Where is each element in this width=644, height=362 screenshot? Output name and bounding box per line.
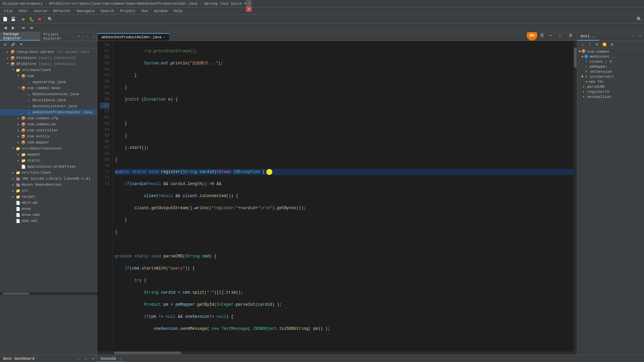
tree-item-controller[interactable]: ▶ 📦 com.controller xyxy=(0,127,97,133)
tree-item-mysessioncontext[interactable]: ☕ MySessionContext.java xyxy=(0,91,97,97)
ime-btn3[interactable]: ⊞ xyxy=(567,32,574,39)
tab-project-explorer[interactable]: Project Explorer ✕ xyxy=(40,32,83,41)
horizontal-scrollbar[interactable] xyxy=(97,351,574,355)
outline-item-websocket[interactable]: ● 🔷 WebSocket... xyxy=(577,54,644,59)
minimize-right[interactable]: ─ xyxy=(629,32,637,40)
boot-panel-btn2[interactable]: □ xyxy=(82,355,90,362)
menu-source[interactable]: Source xyxy=(31,8,50,14)
minimize-left[interactable]: ─ xyxy=(83,33,90,40)
outline-tree[interactable]: ▼ 📦 com.common ● 🔷 WebSocket... 🔹 client… xyxy=(577,48,644,355)
close-boot-tab[interactable]: ✕ xyxy=(36,357,37,360)
menu-edit[interactable]: Edit xyxy=(16,8,30,14)
tree-item-rfidstore[interactable]: ▼ 📦 RFIDStore [boot] [devtools] xyxy=(0,61,97,67)
tree-item-commonwx[interactable]: ▶ 📦 com.common.wx xyxy=(0,121,97,127)
save-button[interactable]: 💾 xyxy=(9,15,17,23)
maximize-button[interactable]: □ xyxy=(246,1,252,6)
forward-button[interactable]: ▶ xyxy=(9,24,17,32)
menu-refactor[interactable]: Refactor xyxy=(50,8,73,14)
tab-boot-dashboard[interactable]: Boot Dashboard ✕ xyxy=(0,355,41,362)
next-edit-button[interactable]: ➡ xyxy=(28,24,35,32)
outline-item-comcommon[interactable]: ▼ 📦 com.common xyxy=(577,49,644,54)
debug-button[interactable]: 🐛 xyxy=(28,15,35,23)
menu-file[interactable]: File xyxy=(1,8,15,14)
tree-item-maven[interactable]: ▶ 📚 Maven Dependencies xyxy=(0,182,97,188)
tree-item-petsstore[interactable]: ▶ 📦 PetsStore [boot] [devtools] xyxy=(0,55,97,61)
tree-item-sessionlistener[interactable]: ☕ SessionListener.java xyxy=(0,103,97,109)
close-project-explorer[interactable]: ✕ xyxy=(78,35,79,38)
new-button[interactable]: 📄 xyxy=(1,15,9,23)
tree-item-pomxml[interactable]: 📄 pom.xml xyxy=(0,218,97,224)
tree-item-jeecg[interactable]: ▶ 📦 jeecg-boot-parent (in waimai-cms) xyxy=(0,49,97,55)
outline-toolbar-btn2[interactable]: ⤴ xyxy=(586,41,593,48)
search-toolbar-button[interactable]: 🔍 xyxy=(46,15,54,23)
main-layout: Package Explorer Project Explorer ✕ ─ □ … xyxy=(0,32,644,355)
menu-navigate[interactable]: Navigate xyxy=(74,8,97,14)
close-editor-tab[interactable]: ✕ xyxy=(163,36,165,39)
tree-item-commoncfg[interactable]: ▶ 📦 com.common.cfg xyxy=(0,115,97,121)
outline-item-setsession[interactable]: 🔸 setSession xyxy=(577,69,644,74)
tab-outline[interactable]: Outl... xyxy=(577,32,599,41)
close-console-tab[interactable]: ✕ xyxy=(120,357,121,361)
view-menu[interactable]: ▼ xyxy=(17,41,25,48)
tree-item-appprops[interactable]: 📄 application.properties xyxy=(0,164,97,170)
collapse-all[interactable]: ⊟ xyxy=(1,41,9,48)
toolbar-right-search[interactable]: 🔍 xyxy=(635,15,643,23)
tree-item-srcmainjava[interactable]: ▼ 📁 src/main/java xyxy=(0,67,97,73)
tree-item-src[interactable]: ▶ 📁 src xyxy=(0,188,97,194)
menu-help[interactable]: Help xyxy=(171,8,185,14)
ime-btn1[interactable]: ↔ xyxy=(547,32,554,39)
tree-item-com[interactable]: ▼ 📦 com xyxy=(0,73,97,79)
outline-item-client[interactable]: 🔹 client : S xyxy=(577,59,644,64)
tab-package-explorer[interactable]: Package Explorer xyxy=(0,32,40,41)
prev-edit-button[interactable]: ⬅ xyxy=(20,24,27,32)
menu-project[interactable]: Project xyxy=(117,8,138,14)
stop-button[interactable]: ⏹ xyxy=(36,15,43,23)
outline-item-parsecmd[interactable]: 🔸 parseCMD xyxy=(577,84,644,89)
tree-item-resultdata[interactable]: ☕ ResultData.java xyxy=(0,97,97,103)
menu-window[interactable]: Window xyxy=(152,8,170,14)
tab-console[interactable]: Console ✕ xyxy=(97,356,125,362)
ime-btn2[interactable]: □ xyxy=(557,32,564,39)
tree-item-resources[interactable]: ▼ 📁 src/main/resources xyxy=(0,145,97,152)
outline-filter-btn[interactable]: 🔽 xyxy=(601,41,608,48)
outline-item-newthread[interactable]: ◆ new Thr xyxy=(577,79,644,84)
outline-label-register: register(S xyxy=(587,90,609,94)
outline-toolbar-btn1[interactable]: ⤵ xyxy=(579,41,586,48)
code-view[interactable]: 50 51 52 53 54 55 56 57 58 59 60 61 62 6… xyxy=(97,41,577,355)
outline-item-initserver[interactable]: ▼ 🔸 initServer( xyxy=(577,74,644,79)
tree-item-common-bean[interactable]: ▼ 📦 com common bean xyxy=(0,85,97,91)
tree-item-help[interactable]: 📄 HELP.md xyxy=(0,200,97,206)
outline-expand-btn[interactable]: ⊞ xyxy=(608,41,615,48)
outline-item-setapplicat[interactable]: 🔸 setApplicat xyxy=(577,94,644,99)
boot-panel-btn3[interactable]: ✕ xyxy=(90,355,97,362)
link-editor[interactable]: 🔗 xyxy=(9,41,17,48)
maximize-right[interactable]: □ xyxy=(637,32,644,40)
menu-search[interactable]: Search xyxy=(98,8,117,14)
tree-item-appstartup[interactable]: ☕ AppStartUp.java xyxy=(0,79,97,85)
tree-item-mvnw[interactable]: 📄 mvnw xyxy=(0,206,97,212)
tree-item-jre[interactable]: ▶ 📚 JRE System Library [JavaSE-1.8] xyxy=(0,176,97,182)
outline-item-pmmapper[interactable]: 🔹 pmMapper xyxy=(577,64,644,69)
left-scrollbar[interactable] xyxy=(0,292,97,295)
maximize-left[interactable]: □ xyxy=(90,33,97,40)
outline-sort-btn[interactable]: ⇅ xyxy=(593,41,601,48)
outline-item-register[interactable]: 🔸 register(S xyxy=(577,89,644,94)
tree-item-target[interactable]: ▶ 📁 target xyxy=(0,194,97,200)
editor-tab-websocket[interactable]: WebSocketProductHolder.java ✕ xyxy=(97,33,170,41)
tree-item-mapper-folder[interactable]: ▶ 📁 mapper xyxy=(0,152,97,158)
tree-item-entity[interactable]: ▶ 📦 com entity xyxy=(0,133,97,139)
boot-panel-btn1[interactable]: ─ xyxy=(75,355,82,362)
menu-run[interactable]: Run xyxy=(139,8,151,14)
code-content[interactable]: //e.printStackTrace(); System.out.printl… xyxy=(112,41,577,355)
outline-label-initserver: initServer( xyxy=(590,75,614,79)
vertical-scrollbar[interactable] xyxy=(574,41,577,355)
tree-item-mvnwcmd[interactable]: 📄 mvnw.cmd xyxy=(0,212,97,218)
tree-item-mapper[interactable]: ▶ 📦 com.mapper xyxy=(0,139,97,145)
tree-item-websocket[interactable]: ☕ WebSocketProductHolder.java xyxy=(0,109,97,115)
tree-item-static[interactable]: ▶ 📁 static xyxy=(0,158,97,164)
run-button[interactable]: ▶ xyxy=(20,15,27,23)
tree-item-srctestjava[interactable]: ▶ 📁 src/test/java xyxy=(0,170,97,176)
close-button[interactable]: ✕ xyxy=(246,6,252,12)
back-button[interactable]: ◀ xyxy=(1,24,9,32)
package-tree[interactable]: ▶ 📦 jeecg-boot-parent (in waimai-cms) ▶ … xyxy=(0,48,97,355)
